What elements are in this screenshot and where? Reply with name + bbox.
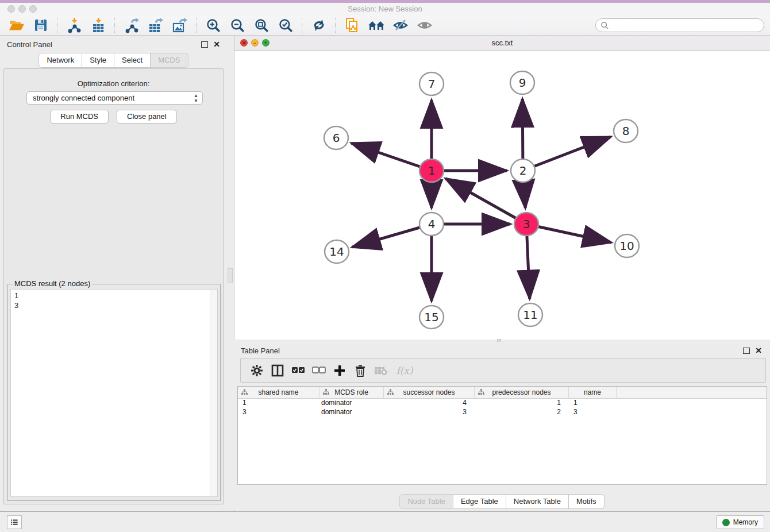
column-type-icon	[478, 389, 484, 395]
cell-shared-name: 3	[238, 408, 319, 417]
deselect-all-columns-button[interactable]	[309, 361, 329, 380]
graph-node-label-6: 6	[333, 131, 340, 145]
import-table-button[interactable]	[88, 17, 109, 34]
zoom-in-icon	[206, 18, 221, 33]
gear-icon	[251, 364, 263, 377]
table-row[interactable]: 3 dominator 3 2 3	[238, 408, 767, 417]
result-scrollbar[interactable]	[210, 290, 217, 496]
column-header-name[interactable]: name	[569, 387, 617, 398]
column-type-icon	[387, 389, 394, 395]
tab-node-table[interactable]: Node Table	[399, 494, 453, 509]
add-column-button[interactable]	[330, 361, 349, 380]
tab-edge-table[interactable]: Edge Table	[453, 494, 506, 509]
graph-edge-3-1[interactable]	[445, 179, 526, 224]
close-panel-button[interactable]: Close panel	[117, 110, 177, 124]
delete-table-icon	[374, 365, 388, 376]
select-stepper-icon: ▲▼	[194, 93, 198, 103]
titlebar-accent-strip	[0, 0, 770, 3]
column-header-successor-nodes[interactable]: successor nodes	[384, 387, 475, 398]
zoom-in-button[interactable]	[203, 17, 224, 34]
splitter-handle[interactable]	[228, 268, 233, 283]
export-image-icon	[172, 17, 188, 33]
cell-predecessor-nodes: 1	[475, 399, 569, 408]
close-table-panel-icon[interactable]: ✕	[755, 348, 762, 353]
new-network-from-selection-button[interactable]	[342, 17, 363, 34]
tab-network-table[interactable]: Network Table	[506, 494, 569, 509]
save-session-button[interactable]	[30, 17, 51, 34]
tab-network[interactable]: Network	[38, 53, 82, 68]
network-window-titlebar[interactable]: ✕ − + scc.txt	[234, 36, 770, 51]
window-title: Session: New Session	[0, 5, 770, 13]
cell-name: 1	[569, 399, 617, 408]
column-type-icon	[323, 389, 329, 395]
graph-node-label-9: 9	[519, 76, 526, 90]
graph-edge-2-8[interactable]	[523, 137, 611, 171]
control-panel-title: Control Panel	[7, 40, 201, 49]
network-view-window: ✕ − + scc.txt 7968124314101511	[234, 36, 770, 340]
table-row[interactable]: 1 dominator 4 1 1	[238, 399, 767, 408]
refresh-icon	[311, 18, 326, 33]
float-table-panel-icon[interactable]	[743, 348, 750, 354]
zoom-selected-icon	[278, 18, 294, 33]
export-table-button[interactable]	[145, 17, 166, 34]
toolbar-separator	[57, 18, 58, 33]
import-network-button[interactable]	[64, 17, 84, 34]
zoom-out-button[interactable]	[227, 17, 248, 34]
run-mcds-button[interactable]: Run MCDS	[50, 110, 109, 124]
table-settings-button[interactable]	[247, 361, 267, 380]
table-tabs: Node Table Edge Table Network Table Moti…	[234, 494, 770, 509]
toolbar-separator	[302, 18, 303, 33]
search-icon	[600, 21, 609, 30]
new-network-document-icon	[345, 17, 360, 33]
graph-node-label-3: 3	[523, 217, 530, 231]
toolbar-separator	[114, 18, 116, 33]
graph-node-label-2: 2	[519, 164, 527, 178]
search-input[interactable]	[611, 20, 764, 31]
select-all-columns-button[interactable]	[288, 361, 308, 380]
tab-style[interactable]: Style	[82, 53, 114, 68]
result-line: 3	[14, 300, 214, 310]
tab-motifs[interactable]: Motifs	[569, 494, 605, 509]
zoom-selected-button[interactable]	[275, 17, 296, 34]
node-table[interactable]: shared name MCDS role successor nodes pr…	[237, 386, 767, 485]
delete-column-button[interactable]	[351, 361, 370, 380]
tab-mcds[interactable]: MCDS	[151, 53, 188, 68]
refresh-layout-button[interactable]	[309, 17, 329, 34]
graph-edge-3-10[interactable]	[526, 224, 611, 242]
memory-status-icon	[722, 519, 730, 526]
export-network-button[interactable]	[121, 17, 142, 34]
trash-icon	[355, 364, 366, 377]
mcds-result-textarea[interactable]: 1 3	[10, 289, 218, 497]
control-panel: Control Panel ✕ Network Style Select MCD…	[0, 36, 227, 511]
graph-node-label-11: 11	[523, 308, 537, 322]
graph-node-label-7: 7	[428, 77, 436, 91]
network-graph-canvas[interactable]: 7968124314101511	[234, 51, 769, 340]
toolbar-separator	[335, 18, 336, 33]
column-header-shared-name[interactable]: shared name	[238, 387, 319, 398]
task-history-button[interactable]	[7, 515, 22, 529]
close-panel-icon[interactable]: ✕	[213, 41, 220, 47]
zoom-fit-button[interactable]	[251, 17, 272, 34]
column-type-icon	[241, 389, 248, 395]
column-header-predecessor-nodes[interactable]: predecessor nodes	[475, 387, 569, 398]
list-icon	[11, 518, 18, 526]
split-view-button[interactable]	[268, 361, 287, 380]
unchecked-checkboxes-icon	[312, 367, 326, 374]
show-graphics-details-button[interactable]	[414, 17, 435, 34]
search-field[interactable]	[595, 18, 764, 32]
float-panel-icon[interactable]	[201, 41, 208, 48]
first-neighbors-button[interactable]	[366, 17, 387, 34]
export-image-button[interactable]	[170, 17, 190, 34]
column-header-mcds-role[interactable]: MCDS role	[319, 387, 384, 398]
open-session-button[interactable]	[6, 17, 27, 34]
memory-button[interactable]: Memory	[716, 515, 764, 529]
delete-table-button[interactable]	[371, 361, 391, 380]
toolbar-separator	[196, 18, 197, 33]
tab-select[interactable]: Select	[114, 53, 151, 68]
graph-node-label-14: 14	[329, 245, 344, 259]
hide-graphics-details-button[interactable]	[390, 17, 411, 34]
function-builder-button[interactable]: f(x)	[392, 361, 417, 380]
optimization-criterion-select[interactable]: strongly connected component ▲▼	[26, 91, 203, 105]
graph-node-label-1: 1	[428, 164, 436, 178]
table-panel: Table Panel ✕	[234, 342, 770, 510]
